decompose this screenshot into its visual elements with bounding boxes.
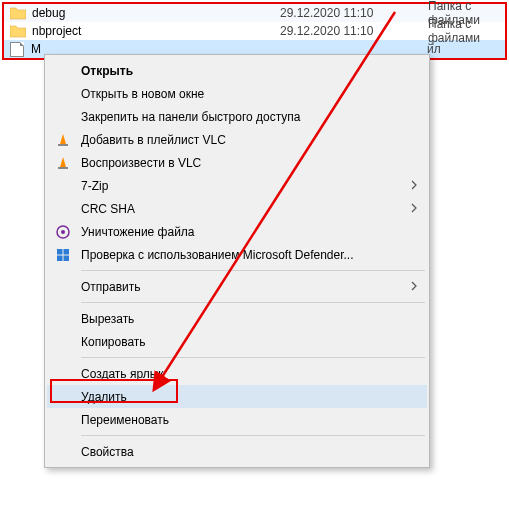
chevron-right-icon — [411, 202, 417, 216]
menu-copy[interactable]: Копировать — [47, 330, 427, 353]
svg-rect-7 — [64, 255, 70, 261]
vlc-icon — [55, 155, 71, 171]
menu-label: Создать ярлык — [81, 367, 405, 381]
menu-separator — [81, 435, 425, 436]
menu-label: Закрепить на панели быстрого доступа — [81, 110, 405, 124]
menu-separator — [81, 302, 425, 303]
file-type: йл — [427, 42, 505, 56]
menu-separator — [81, 357, 425, 358]
menu-properties[interactable]: Свойства — [47, 440, 427, 463]
folder-icon — [10, 6, 26, 20]
menu-label: Проверка с использованием Microsoft Defe… — [81, 248, 405, 262]
chevron-right-icon — [411, 280, 417, 294]
svg-rect-0 — [58, 144, 68, 146]
defender-icon — [55, 247, 71, 263]
svg-rect-6 — [57, 255, 63, 261]
folder-icon — [10, 24, 26, 38]
menu-label: Открыть в новом окне — [81, 87, 405, 101]
menu-crc-sha[interactable]: CRC SHA — [47, 197, 427, 220]
menu-label: 7-Zip — [81, 179, 405, 193]
file-list: debug 29.12.2020 11:10 Папка с файлами n… — [2, 2, 507, 60]
vlc-icon — [55, 132, 71, 148]
menu-vlc-play[interactable]: Воспроизвести в VLC — [47, 151, 427, 174]
file-date: 29.12.2020 11:10 — [280, 6, 428, 20]
menu-pin-quick-access[interactable]: Закрепить на панели быстрого доступа — [47, 105, 427, 128]
shred-icon — [55, 224, 71, 240]
file-type: Папка с файлами — [428, 17, 505, 45]
menu-open[interactable]: Открыть — [47, 59, 427, 82]
menu-send-to[interactable]: Отправить — [47, 275, 427, 298]
menu-cut[interactable]: Вырезать — [47, 307, 427, 330]
file-row[interactable]: nbproject 29.12.2020 11:10 Папка с файла… — [4, 22, 505, 40]
svg-point-3 — [61, 230, 65, 234]
svg-rect-4 — [57, 249, 63, 255]
menu-label: Воспроизвести в VLC — [81, 156, 405, 170]
file-name: nbproject — [32, 24, 280, 38]
menu-file-shredder[interactable]: Уничтожение файла — [47, 220, 427, 243]
menu-label: Переименовать — [81, 413, 405, 427]
file-date: 29.12.2020 11:10 — [280, 24, 428, 38]
menu-7zip[interactable]: 7-Zip — [47, 174, 427, 197]
menu-label: Отправить — [81, 280, 405, 294]
svg-rect-1 — [58, 167, 68, 169]
svg-rect-5 — [64, 249, 70, 255]
menu-label: Свойства — [81, 445, 405, 459]
chevron-right-icon — [411, 179, 417, 193]
menu-open-new-window[interactable]: Открыть в новом окне — [47, 82, 427, 105]
menu-delete[interactable]: Удалить — [47, 385, 427, 408]
menu-create-shortcut[interactable]: Создать ярлык — [47, 362, 427, 385]
menu-label: Открыть — [81, 64, 405, 78]
file-icon — [10, 42, 24, 57]
menu-label: Вырезать — [81, 312, 405, 326]
menu-defender-scan[interactable]: Проверка с использованием Microsoft Defe… — [47, 243, 427, 266]
menu-rename[interactable]: Переименовать — [47, 408, 427, 431]
menu-label: Добавить в плейлист VLC — [81, 133, 405, 147]
menu-vlc-add-playlist[interactable]: Добавить в плейлист VLC — [47, 128, 427, 151]
menu-separator — [81, 270, 425, 271]
menu-label: Уничтожение файла — [81, 225, 405, 239]
menu-label: Копировать — [81, 335, 405, 349]
file-name: debug — [32, 6, 280, 20]
context-menu: Открыть Открыть в новом окне Закрепить н… — [44, 54, 430, 468]
menu-label: CRC SHA — [81, 202, 405, 216]
menu-label: Удалить — [81, 390, 405, 404]
